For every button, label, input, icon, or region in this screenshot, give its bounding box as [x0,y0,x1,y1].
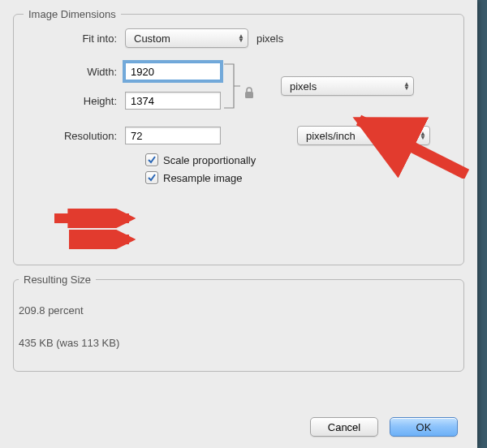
resolution-unit-value: pixels/inch [306,130,356,142]
resolution-unit-select[interactable]: pixels/inch ▲▼ [297,126,430,145]
wh-unit-value: pixels [290,80,317,93]
image-dimensions-title: Image Dimensions [24,8,121,20]
updown-icon: ▲▼ [420,131,426,140]
svg-rect-0 [245,92,253,98]
resulting-size-title: Resulting Size [19,274,96,286]
resulting-size-group: Resulting Size 209.8 percent 435 KB (was… [13,274,464,372]
scale-proportionally-checkbox[interactable] [145,153,158,166]
width-input[interactable] [125,62,221,80]
height-label: Height: [24,95,125,107]
dialog-buttons: Cancel OK [310,417,458,437]
wh-unit-select[interactable]: pixels ▲▼ [281,76,414,96]
result-size: 435 KB (was 113 KB) [19,337,454,349]
updown-icon: ▲▼ [403,82,410,90]
scale-proportionally-label: Scale proportionally [163,154,256,166]
height-input[interactable] [125,92,221,110]
resolution-label: Resolution: [24,130,125,142]
ok-button[interactable]: OK [390,417,458,437]
check-icon [147,173,157,183]
result-percent: 209.8 percent [19,304,454,317]
resample-image-checkbox[interactable] [145,171,158,184]
fit-into-suffix: pixels [256,32,283,45]
annotation-arrow-icon [69,230,136,249]
fit-into-select[interactable]: Custom ▲▼ [125,28,248,48]
resample-image-label: Resample image [163,172,243,184]
check-icon [147,155,157,165]
fit-into-label: Fit into: [24,32,125,45]
width-label: Width: [24,66,125,78]
fit-into-value: Custom [134,32,170,45]
image-dimensions-group: Image Dimensions Fit into: Custom ▲▼ pix… [13,8,464,265]
cancel-button[interactable]: Cancel [310,417,378,437]
dialog-panel: Image Dimensions Fit into: Custom ▲▼ pix… [0,0,477,448]
resolution-input[interactable] [125,127,221,144]
annotation-arrow-icon [54,209,136,228]
updown-icon: ▲▼ [238,34,244,42]
link-bracket [222,58,242,114]
